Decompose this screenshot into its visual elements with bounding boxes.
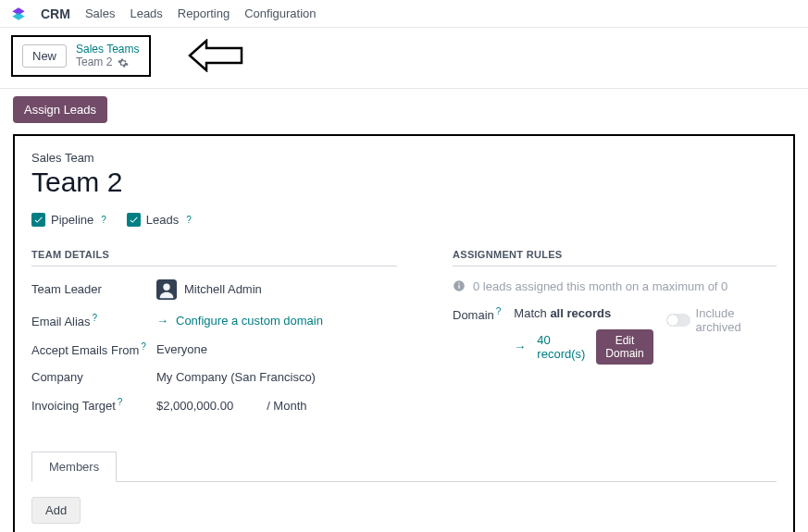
help-icon[interactable]: ?: [186, 215, 192, 225]
help-icon[interactable]: ?: [118, 397, 123, 407]
company-label: Company: [31, 370, 156, 384]
page-title[interactable]: Team 2: [31, 167, 777, 198]
svg-point-4: [458, 283, 460, 285]
accept-emails-value[interactable]: Everyone: [156, 342, 207, 356]
svg-rect-3: [458, 285, 459, 289]
team-leader-value[interactable]: Mitchell Admin: [156, 279, 262, 300]
content-area: Assign Leads Sales Team Team 2 Pipeline?…: [0, 89, 808, 532]
assignment-rules-heading: ASSIGNMENT RULES: [453, 249, 777, 266]
brand-name: CRM: [41, 6, 70, 21]
configure-domain-link[interactable]: Configure a custom domain: [176, 314, 323, 328]
avatar-icon: [156, 279, 177, 300]
svg-point-1: [163, 283, 169, 290]
breadcrumb-row: New Sales Teams Team 2: [0, 28, 808, 84]
callout-arrow-icon: [188, 39, 243, 72]
pipeline-label: Pipeline: [51, 213, 93, 227]
app-logo-icon: [11, 6, 26, 21]
invoicing-target-label: Invoicing Target: [31, 400, 116, 414]
edit-domain-button[interactable]: Edit Domain: [596, 329, 653, 365]
nav-leads[interactable]: Leads: [130, 6, 162, 20]
new-button[interactable]: New: [22, 44, 67, 68]
arrow-right-icon: →: [514, 340, 526, 353]
form-card: Sales Team Team 2 Pipeline? Leads? TEAM …: [13, 134, 795, 532]
breadcrumb-parent[interactable]: Sales Teams: [76, 43, 139, 56]
top-nav: CRM Sales Leads Reporting Configuration: [0, 0, 808, 28]
records-link[interactable]: 40 record(s): [537, 333, 585, 361]
breadcrumb-highlight-box: New Sales Teams Team 2: [11, 35, 151, 77]
include-archived-toggle[interactable]: [666, 314, 690, 327]
checkbox-row: Pipeline? Leads?: [31, 213, 777, 227]
pipeline-checkbox[interactable]: [31, 213, 45, 227]
email-alias-label: Email Alias: [31, 315, 91, 328]
team-details-column: TEAM DETAILS Team Leader Mitchell Admin …: [31, 249, 397, 427]
assign-leads-button[interactable]: Assign Leads: [13, 96, 107, 123]
leads-checkbox[interactable]: [127, 213, 141, 227]
nav-sales[interactable]: Sales: [85, 6, 116, 20]
leads-checkbox-wrap: Leads?: [127, 213, 192, 227]
team-leader-label: Team Leader: [31, 282, 156, 296]
breadcrumb: Sales Teams Team 2: [76, 43, 139, 69]
info-icon: [453, 279, 466, 292]
domain-label: Domain: [453, 308, 494, 322]
accept-emails-label: Accept Emails From: [31, 343, 139, 357]
invoicing-period: / Month: [267, 399, 306, 413]
tab-members[interactable]: Members: [31, 452, 117, 482]
gear-icon[interactable]: [118, 57, 129, 68]
nav-configuration[interactable]: Configuration: [244, 6, 316, 20]
form-head-label: Sales Team: [31, 151, 777, 165]
help-icon[interactable]: ?: [141, 341, 146, 352]
help-icon[interactable]: ?: [93, 313, 98, 323]
company-value[interactable]: My Company (San Francisco): [156, 370, 316, 384]
help-icon[interactable]: ?: [101, 215, 106, 225]
assignment-rules-column: ASSIGNMENT RULES 0 leads assigned this m…: [453, 249, 777, 427]
leads-label: Leads: [146, 213, 179, 227]
include-archived-label: Include archived: [696, 306, 777, 334]
tabs-row: Members: [31, 451, 777, 482]
team-details-heading: TEAM DETAILS: [31, 249, 397, 266]
arrow-right-icon: →: [156, 314, 168, 328]
help-icon[interactable]: ?: [496, 306, 502, 316]
nav-reporting[interactable]: Reporting: [178, 6, 230, 20]
domain-match-text: Match all records: [514, 306, 653, 320]
assignment-info: 0 leads assigned this month on a maximum…: [453, 279, 777, 293]
pipeline-checkbox-wrap: Pipeline?: [31, 213, 106, 227]
invoicing-target-value[interactable]: $2,000,000.00: [156, 399, 233, 413]
add-button[interactable]: Add: [31, 497, 81, 524]
breadcrumb-current: Team 2: [76, 56, 112, 68]
